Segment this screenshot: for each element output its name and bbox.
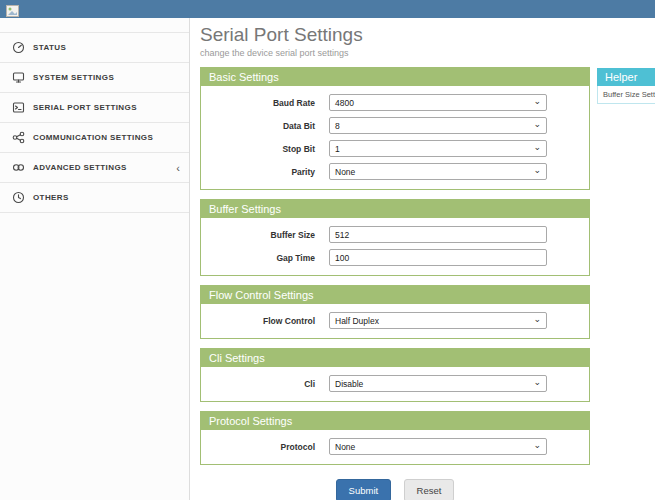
form-row: Parity None ⌄ [201,160,589,183]
page-title: Serial Port Settings [200,24,655,46]
reset-button[interactable]: Reset [404,479,455,500]
select-value: Half Duplex [335,316,379,326]
select-value: None [335,167,355,177]
form-buttons: Submit Reset [200,479,590,500]
parity-select[interactable]: None ⌄ [329,163,547,180]
protocol-select[interactable]: None ⌄ [329,438,547,455]
select-value: 8 [335,121,340,131]
field-label: Protocol [201,442,329,452]
gauge-icon [12,41,25,54]
sidebar-item-others[interactable]: OTHERS [0,183,189,213]
field-label: Buffer Size [201,230,329,240]
sidebar-item-label: ADVANCED SETTINGS [33,163,127,172]
select-value: Disable [335,379,363,389]
field-label: Stop Bit [201,144,329,154]
select-value: 1 [335,144,340,154]
sidebar-item-label: SERIAL PORT SETTINGS [33,103,137,112]
form-row: Protocol None ⌄ [201,435,589,458]
helper-title: Helper [597,68,655,86]
sidebar-item-label: COMMUNICATION SETTINGS [33,133,153,142]
monitor-icon [12,71,25,84]
section-body: Baud Rate 4800 ⌄ Data Bit 8 ⌄ Stop Bit [201,86,589,189]
section-buffer-settings: Buffer Settings Buffer Size Gap Time [200,199,590,276]
section-body: Cli Disable ⌄ [201,367,589,401]
baud-rate-select[interactable]: 4800 ⌄ [329,94,547,111]
stop-bit-select[interactable]: 1 ⌄ [329,140,547,157]
collapse-left-icon[interactable]: ‹ [176,162,180,173]
sidebar-item-serial-port-settings[interactable]: SERIAL PORT SETTINGS [0,93,189,123]
form-row: Cli Disable ⌄ [201,372,589,395]
helper-panel: Helper Buffer Size Setting [597,68,655,104]
field-label: Cli [201,379,329,389]
terminal-icon [12,101,25,114]
field-label: Baud Rate [201,98,329,108]
sidebar: STATUS SYSTEM SETTINGS SERIAL PORT SETTI… [0,18,190,500]
gap-time-input[interactable] [329,249,547,266]
top-bar [0,0,655,18]
submit-button[interactable]: Submit [336,479,392,500]
chevron-down-icon: ⌄ [533,120,541,129]
chevron-down-icon: ⌄ [533,166,541,175]
field-label: Gap Time [201,253,329,263]
sidebar-item-label: OTHERS [33,193,69,202]
section-basic-settings: Basic Settings Baud Rate 4800 ⌄ Data Bit… [200,67,590,190]
chevron-down-icon: ⌄ [533,97,541,106]
select-value: None [335,442,355,452]
select-value: 4800 [335,98,354,108]
section-body: Flow Control Half Duplex ⌄ [201,304,589,338]
link-icon [12,161,25,174]
cli-select[interactable]: Disable ⌄ [329,375,547,392]
form-row: Data Bit 8 ⌄ [201,114,589,137]
section-header: Protocol Settings [201,412,589,430]
buffer-size-input[interactable] [329,226,547,243]
chevron-down-icon: ⌄ [533,378,541,387]
section-header: Buffer Settings [201,200,589,218]
main-content: Serial Port Settings change the device s… [190,18,655,500]
clock-icon [12,191,25,204]
helper-text: Buffer Size Setting [597,86,655,104]
section-protocol-settings: Protocol Settings Protocol None ⌄ [200,411,590,465]
data-bit-select[interactable]: 8 ⌄ [329,117,547,134]
section-flow-control-settings: Flow Control Settings Flow Control Half … [200,285,590,339]
section-header: Flow Control Settings [201,286,589,304]
chevron-down-icon: ⌄ [533,315,541,324]
section-cli-settings: Cli Settings Cli Disable ⌄ [200,348,590,402]
page-subtitle: change the device serial port settings [200,48,655,58]
broken-image-icon [6,3,19,15]
section-body: Protocol None ⌄ [201,430,589,464]
section-header: Cli Settings [201,349,589,367]
sidebar-item-system-settings[interactable]: SYSTEM SETTINGS [0,63,189,93]
settings-form: Basic Settings Baud Rate 4800 ⌄ Data Bit… [200,67,590,465]
form-row: Baud Rate 4800 ⌄ [201,91,589,114]
field-label: Flow Control [201,316,329,326]
form-row: Buffer Size [201,223,589,246]
network-icon [12,131,25,144]
section-header: Basic Settings [201,68,589,86]
field-label: Data Bit [201,121,329,131]
sidebar-item-advanced-settings[interactable]: ADVANCED SETTINGS ‹ [0,153,189,183]
sidebar-item-communication-settings[interactable]: COMMUNICATION SETTINGS [0,123,189,153]
flow-control-select[interactable]: Half Duplex ⌄ [329,312,547,329]
field-label: Parity [201,167,329,177]
chevron-down-icon: ⌄ [533,143,541,152]
form-row: Stop Bit 1 ⌄ [201,137,589,160]
sidebar-item-label: STATUS [33,43,66,52]
chevron-down-icon: ⌄ [533,441,541,450]
form-row: Flow Control Half Duplex ⌄ [201,309,589,332]
sidebar-item-label: SYSTEM SETTINGS [33,73,114,82]
sidebar-item-status[interactable]: STATUS [0,32,189,63]
form-row: Gap Time [201,246,589,269]
section-body: Buffer Size Gap Time [201,218,589,275]
